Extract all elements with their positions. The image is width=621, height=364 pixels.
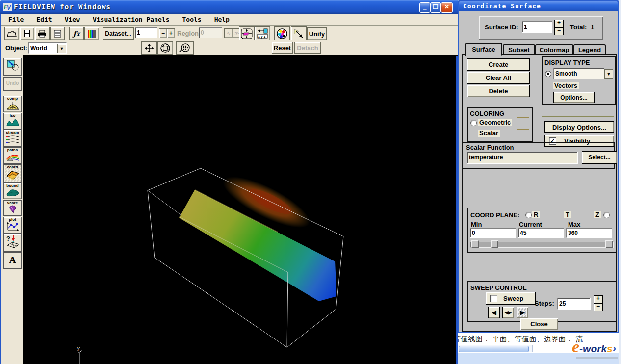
delete-button[interactable]: Delete xyxy=(467,85,530,97)
rotate-button[interactable] xyxy=(157,41,173,55)
menu-help[interactable]: Help xyxy=(214,16,230,23)
current-input[interactable] xyxy=(518,228,564,238)
print-button[interactable] xyxy=(35,27,50,40)
sidebar-coord-button[interactable]: coord xyxy=(3,164,22,183)
steps-input[interactable] xyxy=(557,298,591,310)
sidebar-probe-button[interactable]: ? xyxy=(3,234,22,252)
create-button[interactable]: Create xyxy=(467,58,530,71)
smooth-radio[interactable] xyxy=(545,71,551,77)
coord-r-radio[interactable] xyxy=(525,212,532,218)
steps-up-button[interactable]: + xyxy=(594,295,603,303)
colormap-button[interactable] xyxy=(84,27,99,40)
object-label: Object: xyxy=(5,44,27,52)
menu-view[interactable]: View xyxy=(65,16,80,23)
sidebar-bound-button[interactable]: bound xyxy=(3,183,22,199)
close-button[interactable]: ✕ xyxy=(441,2,453,13)
tab-subset[interactable]: Subset xyxy=(503,44,535,55)
max-input[interactable] xyxy=(566,228,612,238)
display-type-combo-arrow[interactable]: ▼ xyxy=(604,69,613,79)
panel-close-button[interactable]: Close xyxy=(520,318,558,330)
surface-id-down-button[interactable]: − xyxy=(554,27,564,35)
scrollbar-thumb[interactable] xyxy=(459,346,529,352)
sidebar-iso-button[interactable]: iso xyxy=(3,113,22,130)
geometric-color-swatch[interactable] xyxy=(517,117,529,130)
sidebar-annotation-button[interactable]: A xyxy=(3,252,22,269)
sweep-control-label: SWEEP CONTROL xyxy=(470,284,527,291)
separator-line xyxy=(542,116,614,117)
coord-slider[interactable] xyxy=(470,242,614,248)
sweep-toggle[interactable]: Sweep xyxy=(486,292,536,305)
dataset-button[interactable]: Dataset... xyxy=(103,27,134,40)
pick-button[interactable] xyxy=(291,26,307,41)
select-button[interactable]: Select... xyxy=(582,151,617,164)
max-label: Max xyxy=(568,221,580,228)
floppy-icon xyxy=(23,30,31,38)
horizontal-scrollbar[interactable] xyxy=(458,345,533,352)
surface-id-group: Surface ID: + − Total: 1 xyxy=(479,16,603,40)
sidebar-comp-button[interactable]: comp xyxy=(3,96,22,112)
coord-z-radio[interactable] xyxy=(603,212,610,218)
xyz-button[interactable]: x y z xyxy=(255,26,270,41)
graphics-viewport[interactable]: Y xyxy=(23,55,456,364)
sidebar-vcore-button[interactable]: vcore xyxy=(3,200,22,216)
sweep-forward-button[interactable]: ▶ xyxy=(517,307,528,318)
caption-text: 等值线图： 平面、等值面、边界面： 流 xyxy=(458,335,583,344)
svg-text:x y z: x y z xyxy=(258,35,266,39)
min-input[interactable] xyxy=(470,228,516,238)
open-button[interactable] xyxy=(4,27,19,40)
zoom-button[interactable] xyxy=(176,41,194,55)
tab-colormap[interactable]: Colormap xyxy=(535,44,573,55)
logo-work: -work xyxy=(579,343,607,354)
minimize-button[interactable]: _ xyxy=(419,2,430,13)
sweep-back-button[interactable]: ◀ xyxy=(488,307,500,318)
page-edge-strip xyxy=(619,0,621,364)
clear-all-button[interactable]: Clear All xyxy=(467,72,530,84)
menu-visualization-panels[interactable]: Visualization Panels xyxy=(93,16,170,23)
pan-button[interactable] xyxy=(141,41,157,55)
report-button[interactable] xyxy=(50,27,65,40)
sidebar-view-tool-button[interactable] xyxy=(3,58,22,76)
sidebar-stream-button[interactable]: stream xyxy=(3,130,22,147)
dataset-minus-button[interactable]: − xyxy=(159,28,167,38)
menu-tools[interactable]: Tools xyxy=(182,16,201,23)
menu-file[interactable]: File xyxy=(8,16,24,23)
display-type-combo[interactable]: Smooth xyxy=(553,68,604,79)
reset-button[interactable]: Reset xyxy=(272,42,293,54)
app-icon: F V xyxy=(3,3,12,11)
menu-edit[interactable]: Edit xyxy=(36,16,52,23)
display-options-button[interactable]: Display Options... xyxy=(544,121,614,133)
slider-max-handle[interactable] xyxy=(605,240,613,248)
sweep-both-button[interactable]: ◀▶ xyxy=(502,307,514,318)
tab-surface[interactable]: Surface xyxy=(465,43,502,56)
restore-button[interactable]: ❐ xyxy=(430,2,441,13)
window-title: FIELDVIEW for Windows xyxy=(14,3,111,11)
surface-id-input[interactable] xyxy=(522,21,552,33)
unify-button[interactable]: Unify xyxy=(307,27,327,40)
title-bar[interactable]: F V FIELDVIEW for Windows _ ❐ ✕ xyxy=(0,0,458,14)
scalar-function-field[interactable]: temperature xyxy=(467,152,578,164)
coord-z-label: Z xyxy=(594,211,601,218)
sweep-checkbox[interactable] xyxy=(490,295,497,302)
display-type-group: DISPLAY TYPE Smooth ▼ Vectors Options... xyxy=(542,56,616,105)
dataset-input[interactable] xyxy=(135,27,157,38)
object-combo-arrow[interactable]: ▼ xyxy=(57,44,66,53)
transform-controls-button[interactable] xyxy=(239,26,255,41)
color-wheel-button[interactable] xyxy=(274,26,290,41)
tab-legend[interactable]: Legend xyxy=(573,44,606,55)
dataset-plus-button[interactable]: + xyxy=(167,28,175,38)
function-button[interactable]: ƒx xyxy=(69,27,84,40)
sidebar-plot-button[interactable]: plot xyxy=(3,217,22,234)
slider-current-handle[interactable] xyxy=(491,240,498,248)
save-button[interactable] xyxy=(20,27,34,40)
surface-id-up-button[interactable]: + xyxy=(554,20,564,27)
geometric-radio[interactable] xyxy=(470,120,477,126)
xy-plot-icon xyxy=(6,222,20,232)
options-button[interactable]: Options... xyxy=(553,92,595,103)
sweep-label: Sweep xyxy=(503,295,523,302)
coordinate-surface-panel: Coordinate Surface Surface ID: + − Total… xyxy=(458,0,619,333)
steps-down-button[interactable]: − xyxy=(594,303,603,311)
sidebar-paths-button[interactable]: paths xyxy=(3,147,22,164)
slider-min-handle[interactable] xyxy=(471,240,479,248)
probe-icon: ? xyxy=(6,234,20,248)
panel-title-bar[interactable]: Coordinate Surface xyxy=(459,1,618,11)
